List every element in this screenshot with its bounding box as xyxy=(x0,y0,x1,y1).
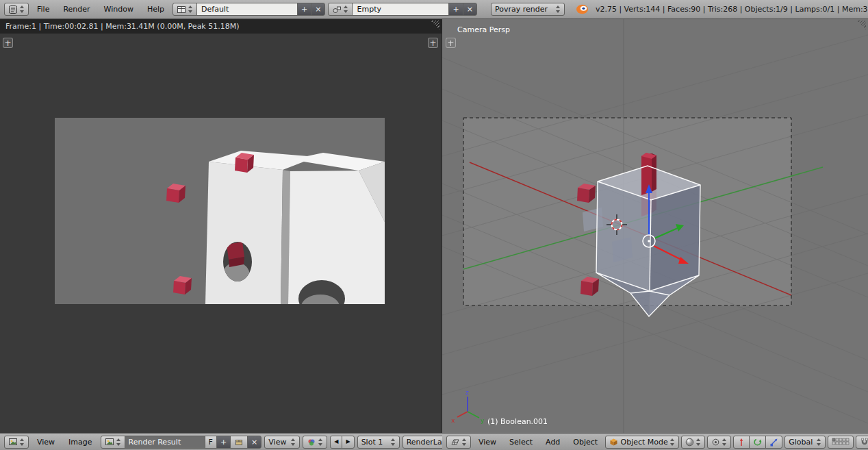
area-expand-icon[interactable]: + xyxy=(3,38,13,48)
chevron-updown-icon xyxy=(20,5,25,13)
chevron-updown-icon xyxy=(817,438,821,446)
shading-select[interactable] xyxy=(681,436,705,449)
magnet-icon xyxy=(860,437,868,447)
menu-render[interactable]: Render xyxy=(58,5,95,14)
scene-delete-button[interactable]: × xyxy=(463,3,477,16)
blender-logo-icon xyxy=(576,4,589,14)
manipulator-translate-button[interactable] xyxy=(733,436,750,449)
area-expand-icon[interactable]: + xyxy=(446,38,456,48)
axis-x-label: x xyxy=(451,417,455,424)
info-editor-icon xyxy=(8,5,18,14)
header-stats: v2.75 | Verts:144 | Faces:90 | Tris:268 … xyxy=(596,5,868,14)
pack-icon xyxy=(234,437,244,447)
mode-label: Object Mode xyxy=(621,438,668,446)
translate-icon xyxy=(737,438,745,447)
view-mode-select[interactable]: View xyxy=(264,436,300,449)
display-channels-button[interactable] xyxy=(303,436,327,449)
chevron-updown-icon xyxy=(116,438,121,446)
scene-icon xyxy=(332,5,342,14)
chevron-updown-icon xyxy=(188,5,193,13)
screen-layout-icon xyxy=(177,5,186,14)
editor-type-button-info[interactable] xyxy=(4,3,29,16)
menu-add[interactable]: Add xyxy=(540,438,565,447)
screen-layout-delete-button[interactable]: × xyxy=(311,3,325,16)
chevron-updown-icon xyxy=(318,438,323,446)
chevron-updown-icon xyxy=(556,5,561,13)
orientation-select[interactable]: Global xyxy=(784,436,826,449)
chevron-updown-icon xyxy=(670,438,675,446)
scene-widget: + × xyxy=(328,3,476,16)
image-editor-area: Frame:1 | Time:00:02.81 | Mem:31.41M (0.… xyxy=(0,19,442,433)
chevron-updown-icon xyxy=(291,438,296,446)
chevron-updown-icon xyxy=(344,5,348,13)
snap-button[interactable] xyxy=(856,436,868,449)
menu-select[interactable]: Select xyxy=(504,438,538,447)
chevron-updown-icon xyxy=(20,438,25,446)
area-expand-icon[interactable]: + xyxy=(428,38,438,48)
manipulator-scale-button[interactable] xyxy=(765,436,782,449)
top-header: File Render Window Help + × + × Povray xyxy=(0,0,868,19)
scale-icon xyxy=(769,438,778,447)
rotate-icon xyxy=(753,438,762,447)
screen-layout-browse-button[interactable] xyxy=(173,3,197,16)
axis-z-label: z xyxy=(465,389,469,396)
mode-select[interactable]: Object Mode xyxy=(605,436,679,449)
next-slot-button[interactable]: ▶ xyxy=(342,436,354,449)
render-scene xyxy=(55,118,385,304)
menu-object[interactable]: Object xyxy=(567,438,603,447)
orientation-label: Global xyxy=(789,438,813,446)
channels-icon xyxy=(307,438,316,447)
prev-slot-button[interactable]: ◀ xyxy=(330,436,342,449)
fake-user-button[interactable]: F xyxy=(205,436,217,449)
scene-name-field[interactable] xyxy=(352,3,449,16)
chevron-updown-icon xyxy=(462,438,467,446)
render-engine-select[interactable]: Povray render xyxy=(491,3,565,16)
slot-select[interactable]: Slot 1 xyxy=(357,436,400,449)
shading-sphere-icon xyxy=(685,438,694,447)
manipulator-rotate-button[interactable] xyxy=(749,436,766,449)
scene-browse-button[interactable] xyxy=(328,3,353,16)
axis-y-label: y xyxy=(481,417,485,424)
image-editor-header: View Image Render Result F + × View xyxy=(0,433,442,450)
render-info-text: Frame:1 | Time:00:02.81 | Mem:31.41M (0.… xyxy=(5,22,240,31)
view-mode-label: View xyxy=(268,438,286,446)
screen-layout-name-field[interactable] xyxy=(196,3,298,16)
image-browse-button[interactable] xyxy=(101,436,125,449)
render-info-bar: Frame:1 | Time:00:02.81 | Mem:31.41M (0.… xyxy=(0,19,442,34)
slot-label: Slot 1 xyxy=(361,438,383,446)
menu-image[interactable]: Image xyxy=(63,438,97,447)
editor-type-button-3d[interactable] xyxy=(446,436,471,449)
screen-layout-widget: + × xyxy=(173,3,325,16)
menu-view[interactable]: View xyxy=(31,438,60,447)
chevron-updown-icon xyxy=(722,438,727,446)
menu-help[interactable]: Help xyxy=(142,5,170,14)
image-datablock-widget: Render Result F + × xyxy=(101,436,262,449)
image-editor-icon xyxy=(8,437,18,447)
menu-view[interactable]: View xyxy=(473,438,502,447)
unlink-image-button[interactable]: × xyxy=(247,436,261,449)
scene-add-button[interactable]: + xyxy=(448,3,463,16)
chevron-updown-icon xyxy=(696,438,701,446)
render-engine-label: Povray render xyxy=(495,5,548,13)
render-layer-label: RenderLay xyxy=(407,438,442,446)
layers-grid-icon xyxy=(832,438,850,446)
image-name-field[interactable]: Render Result xyxy=(125,436,205,449)
pivot-icon xyxy=(711,438,720,447)
pivot-select[interactable] xyxy=(707,436,731,449)
layers-widget[interactable] xyxy=(828,436,854,449)
viewport-view-label: Camera Persp xyxy=(457,25,510,34)
pack-image-button[interactable] xyxy=(230,436,248,449)
render-result-image[interactable] xyxy=(55,118,385,304)
render-layer-select[interactable]: RenderLay xyxy=(403,436,442,449)
viewport-header: View Select Add Object Object Mode xyxy=(442,433,868,450)
image-icon xyxy=(105,437,114,447)
viewport-3d-area[interactable]: z y x Camera Persp (1) Boolean.001 + xyxy=(442,19,868,433)
menu-file[interactable]: File xyxy=(31,5,55,14)
slot-nav-widget: ◀ ▶ xyxy=(330,436,354,449)
render-slab-right xyxy=(288,153,385,304)
screen-layout-add-button[interactable]: + xyxy=(297,3,311,16)
viewport-canvas[interactable]: z y x xyxy=(442,19,868,433)
menu-window[interactable]: Window xyxy=(99,5,139,14)
editor-type-button-image[interactable] xyxy=(4,436,29,449)
new-image-button[interactable]: + xyxy=(216,436,231,449)
